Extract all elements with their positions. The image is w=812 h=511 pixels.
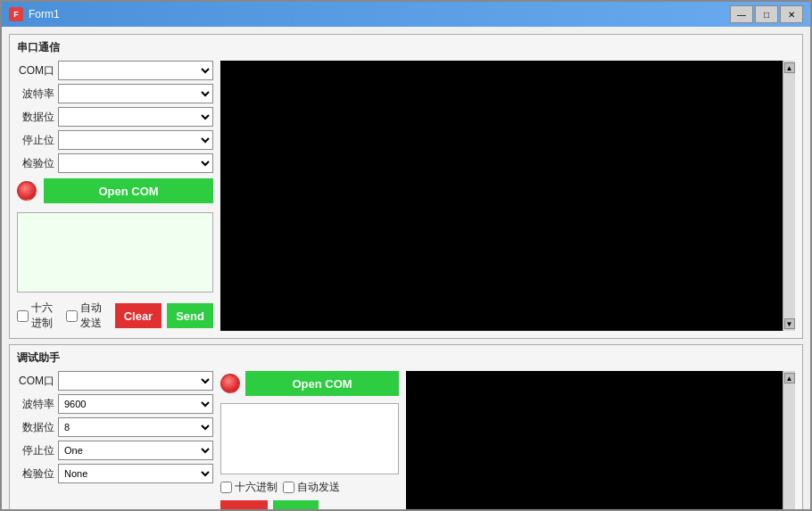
debug-bottom-row: 十六进制 自动发送	[220, 480, 399, 495]
debug-auto-send-checkbox-label[interactable]: 自动发送	[283, 480, 340, 495]
serial-scrollbar: ▲ ▼	[783, 61, 795, 331]
serial-send-textarea[interactable]	[17, 212, 213, 293]
debug-section-title: 调试助手	[17, 350, 795, 366]
data-row: 数据位	[17, 107, 213, 127]
debug-com-label: COM口	[17, 374, 54, 389]
debug-clear-button[interactable]: Clear	[220, 500, 268, 509]
baud-row: 波特率	[17, 84, 213, 103]
debug-display: ▲ ▼	[406, 371, 795, 509]
debug-data-select[interactable]: 8	[58, 417, 213, 437]
title-buttons: — □ ✕	[730, 5, 803, 23]
serial-section-title: 串口通信	[17, 40, 795, 55]
debug-baud-select[interactable]: 9600	[58, 394, 213, 414]
scroll-up-arrow[interactable]: ▲	[784, 62, 795, 73]
debug-parity-row: 检验位 None	[17, 464, 213, 483]
debug-layout: COM口 波特率 9600 数据位 8	[17, 371, 795, 509]
title-bar-left: F Form1	[9, 7, 60, 21]
data-select[interactable]	[58, 107, 213, 127]
debug-scrollbar: ▲ ▼	[783, 371, 795, 509]
serial-controls: COM口 波特率 数据位 停止位	[17, 61, 213, 331]
debug-stop-select[interactable]: One	[58, 441, 213, 460]
debug-send-button[interactable]: Send	[273, 500, 319, 509]
hex-checkbox-label[interactable]: 十六进制	[17, 301, 61, 331]
debug-controls: COM口 波特率 9600 数据位 8	[17, 371, 213, 509]
stop-select[interactable]	[58, 130, 213, 150]
com-row: COM口	[17, 61, 213, 80]
main-window: F Form1 — □ ✕ 串口通信 COM口	[0, 0, 812, 511]
debug-send-textarea[interactable]	[220, 403, 399, 474]
app-icon: F	[9, 7, 23, 21]
auto-send-checkbox[interactable]	[66, 310, 78, 322]
debug-stop-label: 停止位	[17, 443, 54, 458]
hex-checkbox[interactable]	[17, 310, 29, 322]
serial-send-button[interactable]: Send	[167, 303, 213, 328]
auto-send-checkbox-label[interactable]: 自动发送	[66, 301, 110, 331]
debug-auto-send-checkbox[interactable]	[283, 482, 294, 493]
debug-stop-row: 停止位 One	[17, 441, 213, 460]
data-label: 数据位	[17, 110, 54, 125]
open-com-row: Open COM	[17, 178, 213, 203]
debug-auto-send-label-text: 自动发送	[297, 480, 340, 495]
baud-select[interactable]	[58, 84, 213, 103]
debug-data-label: 数据位	[17, 420, 54, 435]
serial-section: 串口通信 COM口 波特率 数据位	[9, 34, 803, 339]
maximize-button[interactable]: □	[755, 5, 778, 23]
serial-layout: COM口 波特率 数据位 停止位	[17, 61, 795, 331]
title-bar: F Form1 — □ ✕	[2, 2, 810, 27]
minimize-button[interactable]: —	[730, 5, 753, 23]
debug-parity-select[interactable]: None	[58, 464, 213, 483]
baud-label: 波特率	[17, 87, 54, 102]
debug-parity-label: 检验位	[17, 466, 54, 482]
led-indicator	[17, 181, 37, 201]
debug-scroll-up-arrow[interactable]: ▲	[784, 373, 795, 383]
debug-hex-checkbox[interactable]	[220, 482, 232, 493]
content-area: 串口通信 COM口 波特率 数据位	[2, 27, 810, 509]
com-label: COM口	[17, 63, 54, 78]
debug-open-com-row: Open COM	[220, 371, 399, 396]
debug-baud-row: 波特率 9600	[17, 394, 213, 414]
debug-led-indicator	[220, 374, 240, 393]
scroll-down-arrow[interactable]: ▼	[784, 318, 795, 329]
serial-bottom-row: 十六进制 自动发送 Clear Send	[17, 301, 213, 331]
open-com-button[interactable]: Open COM	[44, 178, 213, 203]
debug-baud-label: 波特率	[17, 397, 54, 412]
parity-label: 检验位	[17, 156, 54, 171]
hex-label-text: 十六进制	[31, 301, 61, 331]
debug-action-row: Clear Send	[220, 500, 399, 509]
debug-middle-area: Open COM 十六进制 自动发送	[220, 371, 399, 509]
stop-row: 停止位	[17, 130, 213, 150]
debug-section: 调试助手 COM口 波特率 9600	[9, 344, 803, 509]
serial-clear-button[interactable]: Clear	[115, 303, 162, 328]
debug-hex-checkbox-label[interactable]: 十六进制	[220, 480, 278, 495]
serial-canvas	[220, 61, 783, 331]
debug-com-row: COM口	[17, 371, 213, 391]
window-title: Form1	[29, 8, 60, 21]
parity-select[interactable]	[58, 153, 213, 173]
parity-row: 检验位	[17, 153, 213, 173]
debug-hex-label-text: 十六进制	[235, 480, 278, 495]
auto-send-label-text: 自动发送	[80, 301, 110, 331]
stop-label: 停止位	[17, 133, 54, 148]
debug-data-row: 数据位 8	[17, 417, 213, 437]
close-button[interactable]: ✕	[780, 5, 803, 23]
debug-canvas	[406, 371, 783, 509]
debug-com-select[interactable]	[58, 371, 213, 391]
com-select[interactable]	[58, 61, 213, 80]
serial-display: ▲ ▼	[220, 61, 795, 331]
debug-open-com-button[interactable]: Open COM	[245, 371, 399, 396]
